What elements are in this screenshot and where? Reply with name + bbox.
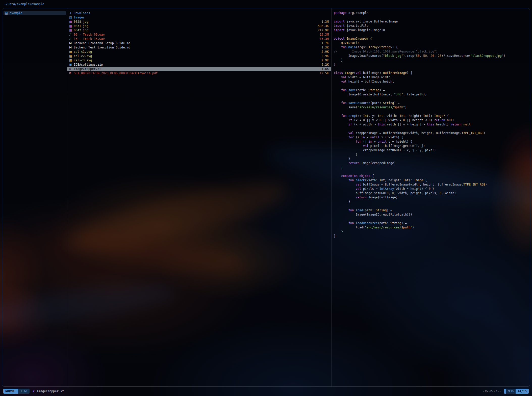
file-row[interactable]: cal-c1.svg2.9K [67, 49, 331, 54]
code-line: @JvmStatic [334, 41, 529, 45]
code-line: import java.awt.image.BufferedImage [334, 19, 529, 24]
parent-pane: example [4, 11, 66, 15]
code-line: if (x < 0 || y < 0 || width < 0 || heigh… [334, 118, 529, 122]
image-icon [69, 29, 74, 32]
parent-dir-label: example [10, 11, 22, 15]
file-row[interactable]: SBI_0032013739_2023_DE05_0003155631Invoi… [67, 71, 331, 75]
file-size: 1.6K [318, 67, 329, 71]
status-bar: NORMAL 1.6K ImageCropper.kt -rw-r--r-- 9… [3, 389, 529, 394]
file-row[interactable]: Backend_Test_Execution_Guide.md1.3K [67, 45, 331, 49]
code-line: } [334, 234, 529, 238]
powerline-cap-icon [504, 389, 506, 394]
file-row[interactable]: ImageCropper.kt1.6K [67, 67, 331, 71]
code-line: val width = buffImage.width [334, 75, 529, 80]
list-position: 14/15 [516, 389, 529, 394]
code-line: } [334, 200, 529, 204]
file-row[interactable]: Downloads [67, 11, 331, 15]
file-name: 09 - Track 09.wav [74, 33, 105, 36]
code-line [334, 84, 529, 88]
code-line [334, 67, 529, 71]
code-line: croppedImage.setRGB(i - x, j - y, pixel) [334, 148, 529, 152]
file-list-pane: DownloadsImages0028.jpg1.3M0031.jpg586.3… [67, 11, 331, 75]
code-line [334, 110, 529, 114]
file-size: 1.7K [318, 41, 329, 45]
code-line: class Image(val buffImage: BufferedImage… [334, 71, 529, 75]
download-icon [69, 11, 74, 15]
code-line: return Image(buffImage) [334, 195, 529, 200]
file-name: 0028.jpg [74, 20, 88, 23]
code-line: companion object { [334, 174, 529, 178]
pdf-icon [69, 71, 74, 75]
code-line: } [334, 152, 529, 157]
code-line: } [334, 62, 529, 67]
code-line: } [334, 157, 529, 161]
file-size: 212.9K [315, 29, 329, 32]
kotlin-icon [69, 67, 74, 71]
folder-icon [69, 16, 74, 19]
file-size: 15.3M [317, 37, 329, 41]
parent-dir-item[interactable]: example [4, 11, 66, 15]
code-line: Image(ImageIO.read(File(path))) [334, 213, 529, 217]
archive-icon [69, 63, 74, 66]
file-row[interactable]: cal-c2.svg2.9K [67, 54, 331, 58]
file-row[interactable]: 15 - Track 15.wav15.3M [67, 37, 331, 41]
code-line: val pixels = IntArray(width * height) { … [334, 187, 529, 191]
code-line: Image.loadResource("black.jpg").crop(50,… [334, 54, 529, 58]
file-name: SBI_0032013739_2023_DE05_0003155631Invoi… [74, 71, 158, 75]
code-line: fun load(path: String) = [334, 208, 529, 213]
file-name: Images [74, 16, 85, 19]
file-row[interactable]: 09 - Track 09.wav15.3M [67, 32, 331, 37]
file-row[interactable]: 0042.jpg212.9K [67, 28, 331, 32]
code-line: val croppedImage = BufferedImage(width, … [334, 131, 529, 135]
code-line: package org.example [334, 11, 529, 15]
code-line: load("src/main/resources/$path") [334, 225, 529, 230]
file-row[interactable]: Backend_Frontend_Setup_Guide.md1.7K [67, 41, 331, 45]
file-name: Downloads [74, 11, 90, 15]
code-line: object ImageCropper { [334, 37, 529, 41]
mode-indicator: NORMAL [3, 389, 18, 394]
file-size: 2.9K [318, 54, 329, 58]
file-name: IDEAsettings.zip [74, 63, 103, 66]
pane-separator-right [332, 8, 332, 386]
file-row[interactable]: Images [67, 15, 331, 19]
file-name: Backend_Frontend_Setup_Guide.md [74, 41, 130, 45]
code-line: import javax.imageio.ImageIO [334, 28, 529, 32]
code-line: val pixel = buffImage.getRGB(i, j) [334, 144, 529, 148]
file-row[interactable]: 0028.jpg1.3M [67, 19, 331, 24]
file-row[interactable]: 0031.jpg586.3K [67, 24, 331, 28]
file-row[interactable]: IDEAsettings.zip5.2K [67, 62, 331, 67]
audio-icon [69, 33, 74, 36]
file-name: 15 - Track 15.wav [74, 37, 105, 41]
code-line: buffImage.setRGB(0, 0, width, height, pi… [334, 191, 529, 195]
code-line: import java.io.File [334, 24, 529, 28]
file-size: 1.3M [318, 20, 329, 23]
code-line [334, 204, 529, 208]
status-right: -rw-r--r-- 93% 14/15 [483, 389, 529, 394]
kotlin-icon [33, 389, 36, 393]
markdown-icon [69, 41, 74, 45]
file-size: 1.3K [318, 46, 329, 49]
code-line: ImageIO.write(buffImage, "JPG", File(pat… [334, 92, 529, 97]
svg-icon [69, 50, 74, 54]
code-line: fun save(path: String) = [334, 88, 529, 92]
audio-icon [69, 37, 74, 41]
code-line: } [334, 230, 529, 234]
code-line: val height = buffImage.height [334, 80, 529, 84]
code-line: for (j in y until y + height) { [334, 140, 529, 144]
status-left: NORMAL 1.6K ImageCropper.kt [3, 389, 64, 394]
file-name: 0042.jpg [74, 29, 88, 32]
file-permissions: -rw-r--r-- [483, 389, 501, 393]
code-line: } [334, 165, 529, 170]
image-icon [69, 20, 74, 23]
code-line: fun loadResource(path: String) = [334, 221, 529, 225]
breadcrumb: ~/Data/example/example [4, 2, 44, 6]
scroll-percent: 93% [506, 389, 516, 394]
file-size: 12.5K [317, 71, 329, 75]
file-size: 586.3K [315, 24, 329, 28]
code-line: // Image.black(100, 100).saveResource("b… [334, 49, 529, 54]
file-row[interactable]: cal-c3.svg2.9K [67, 58, 331, 62]
current-path: ~/Data/example/example [4, 2, 44, 6]
file-size: 15.3M [317, 33, 329, 36]
code-line: val buffImage = BufferedImage(width, hei… [334, 182, 529, 187]
file-name: Backend_Test_Execution_Guide.md [74, 46, 130, 49]
